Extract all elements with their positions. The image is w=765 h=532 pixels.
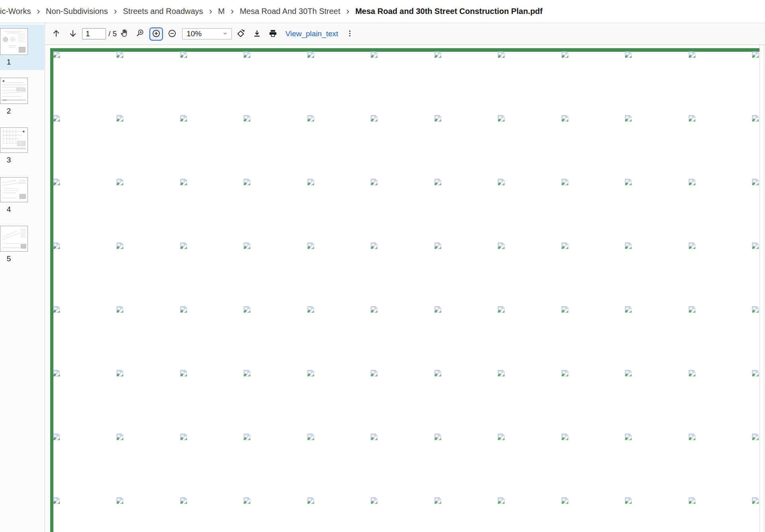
broken-image-icon [53, 497, 61, 505]
broken-image-icon [53, 306, 61, 314]
breadcrumb-item[interactable]: Streets and Roadways [123, 7, 203, 16]
broken-image-icon [688, 51, 696, 59]
page-thumbnail[interactable] [0, 127, 28, 153]
document-canvas [45, 45, 765, 532]
breadcrumb-item[interactable]: M [218, 7, 225, 16]
previous-page-button[interactable] [50, 28, 62, 40]
page-thumbnail-number: 3 [0, 156, 18, 164]
broken-image-icon [370, 433, 379, 442]
thumbnail-drawing [0, 29, 27, 55]
view-plain-text-link[interactable]: View_plain_text [285, 29, 338, 38]
page-thumbnail[interactable] [0, 177, 28, 202]
broken-image-icon [116, 370, 124, 378]
breadcrumb-separator-icon: › [346, 7, 349, 16]
page-count-label: / 5 [108, 29, 117, 38]
print-icon [268, 29, 278, 39]
breadcrumb-item[interactable]: Mesa Road And 30Th Street [240, 7, 340, 16]
broken-image-icon [307, 115, 315, 123]
more-options-button[interactable] [344, 28, 356, 40]
broken-image-icon [434, 115, 442, 123]
arrow-down-icon [68, 28, 78, 40]
broken-image-icon [53, 242, 61, 250]
broken-image-icon [624, 242, 633, 250]
broken-image-icon [53, 370, 61, 378]
broken-image-icon [116, 497, 124, 505]
magnifier-plus-icon [135, 29, 145, 39]
broken-image-icon [561, 242, 569, 250]
page-thumbnail[interactable] [0, 226, 28, 252]
broken-image-icon [116, 178, 124, 187]
broken-image-icon [370, 306, 379, 314]
broken-image-icon [116, 51, 124, 59]
broken-image-icon [180, 115, 188, 123]
broken-image-icon [180, 497, 188, 505]
broken-image-icon [243, 497, 251, 505]
zoom-in-button[interactable] [149, 27, 163, 41]
vertical-scrollbar[interactable] [759, 45, 764, 532]
broken-image-icon [561, 306, 569, 314]
breadcrumb-item[interactable]: Non-Subdivisions [46, 7, 108, 16]
broken-image-icon [370, 115, 379, 123]
broken-image-icon [688, 306, 696, 314]
zoom-out-icon [167, 29, 177, 39]
breadcrumb-item[interactable]: ic-Works [0, 7, 31, 16]
broken-image-icon [624, 497, 633, 505]
zoom-level-value: 10% [186, 29, 202, 38]
broken-image-icon [243, 370, 251, 378]
broken-image-icon [561, 51, 569, 59]
broken-image-icon [624, 433, 633, 442]
broken-image-icon [688, 370, 696, 378]
broken-image-icon [688, 433, 696, 442]
breadcrumb-separator-icon: › [114, 7, 117, 16]
broken-image-icon [497, 306, 506, 314]
breadcrumb: ic-Works›Non-Subdivisions›Streets and Ro… [0, 0, 765, 23]
hand-tool-icon [120, 28, 129, 39]
broken-image-icon [434, 178, 442, 187]
zoom-level-select[interactable]: 10% [182, 28, 232, 39]
hand-tool-button[interactable] [118, 28, 130, 40]
page-thumbnail-number: 4 [0, 205, 18, 214]
broken-image-icon [688, 242, 696, 250]
broken-image-icon [243, 306, 251, 314]
broken-image-icon [370, 51, 379, 59]
broken-image-icon [688, 178, 696, 187]
broken-image-icon [561, 115, 569, 123]
broken-image-icon [624, 370, 633, 378]
broken-image-icon [307, 497, 315, 505]
page-thumbnail[interactable] [0, 28, 28, 55]
broken-image-icon [180, 242, 188, 250]
broken-image-icon [751, 178, 760, 187]
broken-image-icon [561, 497, 569, 505]
page-number-input[interactable] [82, 28, 106, 39]
print-button[interactable] [267, 28, 279, 40]
broken-image-icon [497, 433, 506, 442]
broken-image-icon [53, 178, 61, 187]
next-page-button[interactable] [67, 28, 79, 40]
broken-image-icon [116, 115, 124, 123]
page-thumbnail[interactable] [0, 78, 28, 104]
broken-image-icon [116, 306, 124, 314]
broken-image-icon [624, 306, 633, 314]
broken-image-icon [53, 51, 61, 59]
broken-image-icon [370, 178, 379, 187]
download-icon [252, 29, 262, 39]
broken-image-icon [497, 242, 506, 250]
broken-image-icon [497, 370, 506, 378]
thumbnail-drawing [0, 78, 27, 104]
rotate-button[interactable] [235, 28, 247, 40]
broken-image-icon [307, 178, 315, 187]
broken-image-icon [180, 178, 188, 187]
broken-image-icon [751, 433, 760, 442]
zoom-out-button[interactable] [166, 28, 178, 40]
broken-image-icon [751, 306, 760, 314]
broken-image-icon [370, 497, 379, 505]
broken-image-icon [497, 497, 506, 505]
broken-image-icon [751, 497, 760, 505]
breadcrumb-separator-icon: › [209, 7, 212, 16]
broken-image-icon [624, 178, 633, 187]
broken-image-icon [180, 370, 188, 378]
download-button[interactable] [251, 28, 263, 40]
broken-image-icon [243, 433, 251, 442]
zoom-search-button[interactable] [134, 28, 146, 40]
broken-image-icon [434, 433, 442, 442]
